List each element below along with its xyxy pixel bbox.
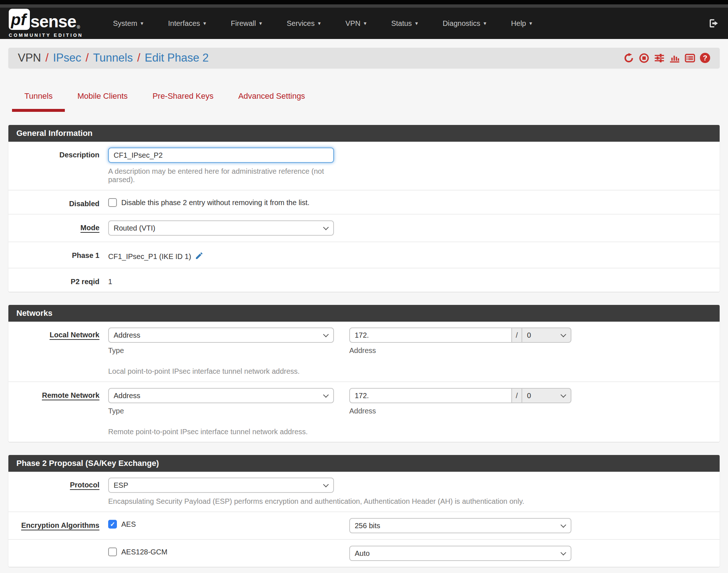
tab-pre-shared-keys[interactable]: Pre-Shared Keys xyxy=(140,87,226,112)
disabled-checkbox-label[interactable]: Disable this phase 2 entry without remov… xyxy=(121,199,310,207)
row-mode: Mode Routed (VTI) xyxy=(8,215,720,242)
nav-item-status[interactable]: Status▾ xyxy=(391,14,418,33)
panel-general-title: General Information xyxy=(8,125,720,142)
panel-networks-title: Networks xyxy=(8,305,720,322)
row-remote-network: Remote Network Address Type Remote point… xyxy=(8,382,720,442)
aes128gcm-checkbox[interactable] xyxy=(108,548,117,556)
remote-prefix-separator: / xyxy=(512,388,522,403)
breadcrumb-tunnels[interactable]: Tunnels xyxy=(93,51,133,64)
nav-item-firewall[interactable]: Firewall▾ xyxy=(231,14,262,33)
row-local-network: Local Network Address Type Local point-t… xyxy=(8,322,720,382)
remote-network-help: Remote point-to-point IPsec interface tu… xyxy=(108,428,334,436)
chevron-down-icon xyxy=(323,224,329,230)
chevron-down-icon xyxy=(560,392,566,398)
aes128gcm-checkbox-label[interactable]: AES128-GCM xyxy=(121,548,168,556)
local-network-type-select[interactable]: Address xyxy=(108,327,334,343)
row-phase1: Phase 1 CF1_IPsec_P1 (IKE ID 1) xyxy=(8,242,720,268)
pf-logo-box: pf xyxy=(9,9,30,30)
description-input[interactable] xyxy=(108,148,334,163)
phase1-label: Phase 1 xyxy=(17,248,108,262)
breadcrumb-vpn: VPN xyxy=(18,51,41,64)
header-action-icons: ? xyxy=(623,53,710,63)
protocol-help: Encapsulating Security Payload (ESP) per… xyxy=(108,497,334,506)
edit-pencil-icon[interactable] xyxy=(195,251,204,262)
local-network-label: Local Network xyxy=(17,327,108,376)
top-navbar: pf sense ® COMMUNITY EDITION System▾ Int… xyxy=(0,8,728,39)
chevron-down-icon xyxy=(560,550,566,556)
remote-type-caption: Type xyxy=(108,407,334,415)
tab-advanced-settings[interactable]: Advanced Settings xyxy=(226,87,317,112)
page-content: VPN / IPsec / Tunnels / Edit Phase 2 xyxy=(0,39,728,567)
row-encryption-aes128gcm: AES128-GCM Auto xyxy=(8,540,720,567)
row-disabled: Disabled Disable this phase 2 entry with… xyxy=(8,191,720,215)
panel-general-information: General Information Description A descri… xyxy=(8,125,720,292)
nav-item-system[interactable]: System▾ xyxy=(113,14,143,33)
nav-menu: System▾ Interfaces▾ Firewall▾ Services▾ … xyxy=(101,14,708,33)
nav-item-vpn[interactable]: VPN▾ xyxy=(346,14,367,33)
chevron-down-icon: ▾ xyxy=(364,20,367,27)
aes-checkbox-label[interactable]: AES xyxy=(121,520,136,529)
page-title: VPN / IPsec / Tunnels / Edit Phase 2 xyxy=(18,51,209,64)
community-edition-label: COMMUNITY EDITION xyxy=(9,32,83,38)
tab-tunnels[interactable]: Tunnels xyxy=(12,87,65,112)
row-p2reqid: P2 reqid 1 xyxy=(8,268,720,292)
breadcrumb-edit-phase-2[interactable]: Edit Phase 2 xyxy=(145,51,209,64)
local-prefix-select[interactable]: 0 xyxy=(522,327,571,343)
remote-network-type-select[interactable]: Address xyxy=(108,388,334,403)
aes-checkbox[interactable] xyxy=(108,520,117,529)
bar-chart-icon[interactable] xyxy=(669,53,680,63)
nav-item-help[interactable]: Help▾ xyxy=(511,14,532,33)
mode-label: Mode xyxy=(17,220,108,236)
tab-bar: Tunnels Mobile Clients Pre-Shared Keys A… xyxy=(12,87,720,112)
chevron-down-icon xyxy=(323,331,329,337)
aes128gcm-keylen-select[interactable]: Auto xyxy=(349,546,571,561)
protocol-select[interactable]: ESP xyxy=(108,478,334,493)
remote-address-caption: Address xyxy=(349,407,571,415)
sense-logo-text: sense xyxy=(31,13,76,30)
local-network-help: Local point-to-point IPsec interface tun… xyxy=(108,367,334,376)
sliders-icon[interactable] xyxy=(654,53,665,63)
p2reqid-label: P2 reqid xyxy=(17,274,108,286)
chevron-down-icon xyxy=(323,482,329,487)
remote-prefix-select[interactable]: 0 xyxy=(522,388,571,403)
local-type-caption: Type xyxy=(108,346,334,355)
local-prefix-separator: / xyxy=(512,327,522,343)
chevron-down-icon xyxy=(323,392,329,398)
remote-network-label: Remote Network xyxy=(17,388,108,436)
row-description: Description A description may be entered… xyxy=(8,142,720,191)
registered-mark: ® xyxy=(77,25,80,30)
refresh-icon[interactable] xyxy=(623,53,634,63)
chevron-down-icon: ▾ xyxy=(318,20,321,27)
row-encryption-aes: Encryption Algorithms AES 256 bits xyxy=(8,512,720,540)
aes-keylen-select[interactable]: 256 bits xyxy=(349,518,571,533)
remote-address-input[interactable] xyxy=(349,388,512,403)
row-protocol: Protocol ESP Encapsulating Security Payl… xyxy=(8,472,720,512)
sign-out-icon[interactable] xyxy=(708,18,719,29)
list-icon[interactable] xyxy=(685,53,695,63)
encryption-algorithms-label: Encryption Algorithms xyxy=(17,518,108,533)
phase1-value: CF1_IPsec_P1 (IKE ID 1) xyxy=(108,252,191,261)
tab-mobile-clients[interactable]: Mobile Clients xyxy=(65,87,140,112)
window-sub-strip xyxy=(0,4,728,8)
disabled-checkbox[interactable] xyxy=(108,198,117,207)
chevron-down-icon xyxy=(560,522,566,528)
breadcrumb-ipsec[interactable]: IPsec xyxy=(53,51,81,64)
breadcrumb-separator: / xyxy=(46,51,49,64)
nav-item-diagnostics[interactable]: Diagnostics▾ xyxy=(442,14,486,33)
panel-networks: Networks Local Network Address Type Loca… xyxy=(8,305,720,442)
chevron-down-icon: ▾ xyxy=(141,20,143,27)
stop-circle-icon[interactable] xyxy=(639,53,649,63)
panel-proposal-title: Phase 2 Proposal (SA/Key Exchange) xyxy=(8,455,720,472)
help-icon[interactable]: ? xyxy=(700,53,710,63)
breadcrumb: VPN / IPsec / Tunnels / Edit Phase 2 xyxy=(8,48,720,68)
nav-item-interfaces[interactable]: Interfaces▾ xyxy=(168,14,206,33)
disabled-label: Disabled xyxy=(17,196,108,208)
pfsense-logo[interactable]: pf sense ® COMMUNITY EDITION xyxy=(9,9,83,38)
local-address-input[interactable] xyxy=(349,327,512,343)
chevron-down-icon: ▾ xyxy=(415,20,418,27)
p2reqid-value: 1 xyxy=(108,278,112,286)
mode-select[interactable]: Routed (VTI) xyxy=(108,220,334,236)
nav-item-services[interactable]: Services▾ xyxy=(287,14,320,33)
description-label: Description xyxy=(17,148,108,184)
chevron-down-icon xyxy=(560,331,566,337)
